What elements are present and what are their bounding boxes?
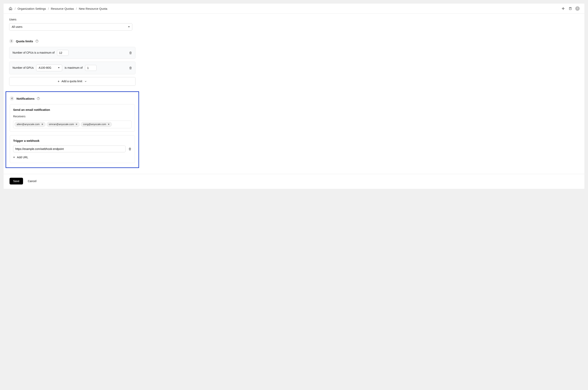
webhook-url-input[interactable] (13, 146, 126, 152)
gpu-quota-input[interactable] (85, 65, 97, 71)
add-url-label: Add URL (17, 155, 28, 159)
email-card-title: Send an email notification (13, 108, 131, 112)
breadcrumb-resource-quotas[interactable]: Resource Quotas (51, 6, 74, 11)
plus-icon: + (13, 155, 15, 159)
svg-rect-1 (563, 9, 564, 10)
cancel-button[interactable]: Cancel (28, 180, 37, 183)
slack-icon[interactable] (561, 6, 565, 11)
receiver-chip-label: cong@anyscale.com (83, 123, 106, 126)
svg-rect-0 (563, 7, 564, 8)
receiver-chip-label: simran@anyscale.com (49, 123, 74, 126)
gpu-quota-left: Number of GPUs A100-80G is maximum of (12, 64, 97, 71)
receiver-chip-label: allen@anyscale.com (17, 123, 40, 126)
section-notifications: 4 Notifications ? Send an email notifica… (10, 96, 135, 163)
receivers-label: Receivers (13, 115, 131, 119)
receiver-chip: simran@anyscale.com✕ (47, 122, 80, 127)
footer: Save Cancel (3, 174, 585, 189)
content: Users All users 3 Quota limits ? Number … (3, 14, 585, 168)
step-badge-4: 4 (10, 96, 14, 101)
delete-webhook-button[interactable] (128, 147, 131, 150)
add-url-button[interactable]: + Add URL (13, 155, 131, 159)
save-button[interactable]: Save (9, 178, 23, 185)
receiver-chip: cong@anyscale.com✕ (81, 122, 112, 127)
breadcrumbs: / Organization Settings / Resource Quota… (8, 6, 107, 11)
svg-rect-2 (562, 8, 563, 9)
breadcrumb-separator: / (15, 6, 15, 11)
section-quota-limits: 3 Quota limits ? Number of CPUs is a max… (9, 39, 135, 86)
help-icon[interactable]: ? (37, 97, 40, 100)
remove-chip-icon[interactable]: ✕ (108, 123, 110, 126)
plus-icon: + (58, 79, 59, 84)
page-container: / Organization Settings / Resource Quota… (3, 3, 585, 189)
notifications-header: 4 Notifications ? (10, 96, 135, 101)
svg-rect-3 (563, 8, 565, 9)
form-column: Users All users 3 Quota limits ? Number … (9, 18, 135, 168)
receivers-input[interactable]: allen@anyscale.com✕simran@anyscale.com✕c… (13, 121, 131, 129)
gpu-type-value: A100-80G (39, 66, 52, 70)
delete-cpu-quota-button[interactable] (129, 51, 132, 54)
help-icon[interactable]: ? (36, 40, 38, 43)
breadcrumb-new-quota[interactable]: New Resource Quota (79, 6, 107, 11)
header-icons: S (561, 6, 580, 11)
cpu-quota-input[interactable] (57, 50, 68, 56)
receiver-chip: allen@anyscale.com✕ (14, 122, 46, 127)
add-quota-limit-button[interactable]: + Add a quota limit (9, 77, 135, 86)
notifications-highlight: 4 Notifications ? Send an email notifica… (5, 91, 139, 168)
webhook-row (13, 146, 131, 152)
caret-down-icon (128, 26, 130, 27)
gpu-quota-prefix: Number of GPUs (12, 66, 34, 70)
home-icon[interactable] (8, 6, 13, 11)
email-notification-card: Send an email notification Receivers all… (10, 104, 135, 132)
notifications-title: Notifications (16, 97, 35, 101)
add-quota-label: Add a quota limit (61, 79, 82, 83)
breadcrumb-separator: / (48, 6, 49, 11)
gpu-type-select[interactable]: A100-80G (36, 64, 62, 71)
breadcrumb-org-settings[interactable]: Organization Settings (17, 6, 46, 11)
webhook-card-title: Trigger a webhook (13, 139, 131, 143)
cpu-quota-prefix: Number of CPUs is a maximum of (12, 51, 55, 55)
header: / Organization Settings / Resource Quota… (3, 3, 585, 14)
quota-limits-title: Quota limits (16, 39, 33, 43)
breadcrumb-separator: / (76, 6, 77, 11)
gpu-quota-mid: is maximum of (64, 66, 82, 70)
quota-limits-header: 3 Quota limits ? (9, 39, 135, 43)
webhook-card: Trigger a webhook + Add URL (10, 135, 135, 163)
cpu-quota-row: Number of CPUs is a maximum of (9, 47, 135, 59)
gpu-quota-row: Number of GPUs A100-80G is maximum of (9, 61, 135, 74)
step-badge-3: 3 (9, 39, 13, 43)
delete-gpu-quota-button[interactable] (129, 66, 132, 69)
remove-chip-icon[interactable]: ✕ (75, 123, 77, 126)
chevron-down-icon (84, 80, 87, 83)
avatar[interactable]: S (575, 6, 580, 11)
remove-chip-icon[interactable]: ✕ (41, 123, 43, 126)
cpu-quota-left: Number of CPUs is a maximum of (12, 50, 68, 56)
users-label: Users (9, 18, 135, 22)
svg-rect-4 (569, 7, 572, 10)
caret-down-icon (58, 67, 59, 68)
bookmark-icon[interactable] (568, 6, 573, 11)
users-select-value: All users (12, 25, 22, 29)
users-select[interactable]: All users (9, 23, 132, 31)
